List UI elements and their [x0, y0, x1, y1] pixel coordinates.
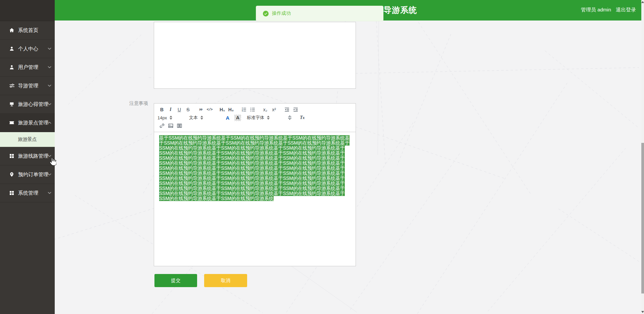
ordered-list-button[interactable]: 123	[239, 106, 248, 114]
scrollbar-up-arrow[interactable]	[641, 1, 644, 3]
ticket-icon	[9, 120, 14, 125]
svg-text:3: 3	[242, 110, 243, 112]
chevron-down-icon	[48, 85, 51, 87]
sidebar-item-label: 系统首页	[18, 27, 38, 34]
cancel-button[interactable]: 取消	[204, 274, 247, 287]
chevron-down-icon	[48, 155, 51, 157]
sidebar-item-label: 预约订单管理	[18, 171, 48, 178]
format-picker[interactable]: 文本	[189, 114, 218, 122]
video-button[interactable]	[175, 122, 184, 130]
chevron-down-icon	[48, 192, 51, 194]
indent-button[interactable]	[291, 106, 300, 114]
sidebar: 系统首页 个人中心 用户管理 导游管理 旅游心得管理	[0, 0, 55, 314]
toast-message: 操作成功	[272, 10, 291, 16]
sidebar-subitem-attractions-list[interactable]: 旅游景点	[0, 132, 55, 147]
spinner-arrows-icon	[267, 116, 270, 120]
sidebar-item-label: 旅游心得管理	[18, 101, 48, 108]
sidebar-item-system[interactable]: 系统管理	[0, 184, 55, 202]
header-user-area: 管理员 admin 退出登录	[581, 7, 636, 13]
scrollbar-down-arrow[interactable]	[641, 311, 644, 313]
line-height-button[interactable]	[285, 114, 294, 122]
success-toast: 操作成功	[256, 6, 383, 21]
header1-button[interactable]: H₁	[218, 106, 227, 114]
submit-button[interactable]: 提交	[154, 274, 197, 287]
sidebar-item-label: 旅游景点管理	[18, 120, 48, 126]
image-button[interactable]	[166, 122, 175, 130]
chevron-down-icon	[48, 173, 51, 176]
strikethrough-button[interactable]: S	[184, 106, 192, 114]
font-size-picker[interactable]: 14px	[157, 114, 184, 122]
chevron-down-icon	[48, 66, 51, 69]
italic-button[interactable]: I	[166, 106, 175, 114]
grid-icon	[9, 153, 14, 159]
field-label-notes: 注意事项	[129, 101, 148, 107]
chevron-down-icon	[48, 103, 51, 106]
toolbar-row-3	[157, 122, 352, 130]
subscript-button[interactable]: x₂	[261, 106, 270, 114]
spinner-arrows-icon	[200, 116, 203, 120]
chevron-down-icon	[48, 48, 51, 50]
editor-content-area[interactable]: 基于SSM的在线预约导游系统基于SSM的在线预约导游系统基于SSM的在线预约导游…	[154, 132, 356, 267]
sidebar-item-profile[interactable]: 个人中心	[0, 40, 55, 58]
previous-field-panel	[154, 22, 356, 89]
sidebar-item-travel-notes[interactable]: 旅游心得管理	[0, 95, 55, 114]
sidebar-item-users[interactable]: 用户管理	[0, 58, 55, 77]
user-info: 管理员 admin	[581, 7, 611, 13]
chevron-up-icon	[48, 122, 51, 124]
sidebar-item-orders[interactable]: 预约订单管理	[0, 165, 55, 184]
sidebar-subitem-label: 旅游景点	[18, 136, 37, 143]
background-color-button[interactable]: A	[233, 114, 242, 122]
clear-format-button[interactable]: Tx	[298, 114, 307, 122]
text-color-button[interactable]: A	[223, 114, 232, 122]
sidebar-item-label: 旅游线路管理	[18, 153, 48, 159]
user-icon	[9, 46, 14, 51]
sliders-icon	[9, 83, 14, 88]
superscript-button[interactable]: x²	[270, 106, 278, 114]
user-icon	[9, 65, 14, 70]
bullet-list-button[interactable]	[248, 106, 257, 114]
sidebar-item-label: 系统管理	[18, 190, 38, 196]
editor-toolbar: B I U S ” </> H₁ H₂ 123 x₂ x²	[154, 104, 356, 132]
sidebar-logo-area	[0, 0, 55, 21]
home-icon	[9, 28, 14, 33]
sidebar-item-label: 个人中心	[18, 46, 38, 52]
sidebar-item-label: 用户管理	[18, 64, 38, 71]
toolbar-row-1: B I U S ” </> H₁ H₂ 123 x₂ x²	[157, 106, 352, 114]
rich-text-editor: B I U S ” </> H₁ H₂ 123 x₂ x²	[154, 103, 356, 266]
main-content: 注意事项 B I U S ” </> H₁ H₂ 123 x₂ x	[55, 21, 641, 314]
check-circle-icon	[263, 11, 269, 16]
sidebar-item-routes[interactable]: 旅游线路管理	[0, 147, 55, 165]
grid-icon	[9, 190, 14, 196]
font-family-picker[interactable]: 标准字体	[247, 114, 281, 122]
pin-icon	[9, 172, 14, 177]
sidebar-item-home[interactable]: 系统首页	[0, 21, 55, 40]
page-scrollbar[interactable]	[641, 0, 644, 314]
logout-link[interactable]: 退出登录	[616, 7, 636, 13]
spinner-arrows-icon	[170, 116, 172, 120]
sidebar-item-attractions[interactable]: 旅游景点管理	[0, 114, 55, 132]
outdent-button[interactable]	[282, 106, 291, 114]
sidebar-item-label: 导游管理	[18, 83, 38, 89]
toolbar-row-2: 14px 文本 A A 标准字体 Tx	[157, 114, 352, 122]
sidebar-item-guides[interactable]: 导游管理	[0, 77, 55, 95]
bold-button[interactable]: B	[157, 106, 166, 114]
board-icon	[9, 102, 14, 107]
link-button[interactable]	[157, 122, 166, 130]
code-block-button[interactable]: </>	[205, 106, 214, 114]
header2-button[interactable]: H₂	[227, 106, 235, 114]
underline-button[interactable]: U	[175, 106, 184, 114]
background-color-icon: A	[234, 115, 241, 121]
scrollbar-thumb[interactable]	[641, 143, 644, 293]
highlighted-text: 基于SSM的在线预约导游系统基于SSM的在线预约导游系统基于SSM的在线预约导游…	[159, 135, 350, 201]
